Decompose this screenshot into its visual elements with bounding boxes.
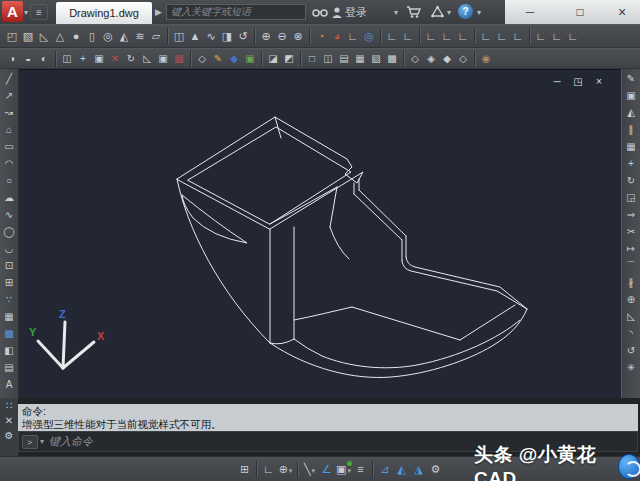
move-faces-icon[interactable]: + bbox=[75, 51, 91, 67]
revolve-icon[interactable]: ↺ bbox=[235, 27, 251, 45]
ucs-apply-icon[interactable]: ∟ bbox=[565, 27, 581, 45]
navigation-wheel-icon[interactable]: ◎ bbox=[361, 27, 377, 45]
offset-faces-icon[interactable]: ▣ bbox=[91, 51, 107, 67]
rectangle-icon[interactable]: ▭ bbox=[2, 139, 17, 154]
erase-icon[interactable]: ✎ bbox=[624, 71, 639, 86]
ucs-y-icon[interactable]: ∟ bbox=[533, 27, 549, 45]
help-search-input[interactable]: 键入关键字或短语 bbox=[166, 4, 306, 20]
unisolate-objects-icon[interactable]: ◆ bbox=[439, 51, 455, 67]
polyline-icon[interactable]: ↝ bbox=[2, 105, 17, 120]
ucs-z-icon[interactable]: ∟ bbox=[549, 27, 565, 45]
window-maximize-button[interactable]: □ bbox=[565, 0, 595, 24]
scale-icon[interactable]: ◲ bbox=[624, 190, 639, 205]
ellipse-arc-icon[interactable]: ◡ bbox=[2, 241, 17, 256]
boolean-union-icon[interactable]: ◑ bbox=[4, 51, 20, 67]
snap-tracking-icon[interactable]: ⊕▾ bbox=[277, 460, 294, 479]
hatch-icon[interactable]: ▦ bbox=[2, 309, 17, 324]
offset-icon[interactable]: ∥ bbox=[624, 122, 639, 137]
orbit-free-icon[interactable]: ◕ bbox=[329, 27, 345, 45]
sphere-icon[interactable]: ● bbox=[68, 27, 84, 45]
extrude-faces-icon[interactable]: ◫ bbox=[59, 51, 75, 67]
rotate-faces-icon[interactable]: ↻ bbox=[123, 51, 139, 67]
break-at-point-icon[interactable]: ⌒ bbox=[624, 258, 639, 273]
render-icon[interactable]: ◉ bbox=[478, 51, 494, 67]
polar-tracking-icon[interactable]: ╲▾ bbox=[301, 460, 318, 479]
color-faces-icon[interactable]: ▨ bbox=[171, 51, 187, 67]
orbit-constrained-icon[interactable]: ◔ bbox=[313, 27, 329, 45]
app-store-cart-icon[interactable] bbox=[406, 3, 422, 21]
cone-icon[interactable]: △ bbox=[52, 27, 68, 45]
gradient-icon[interactable]: ▩ bbox=[2, 326, 17, 341]
3d-rotate-icon[interactable]: ↺ bbox=[624, 343, 639, 358]
copy-icon[interactable]: ▣ bbox=[624, 88, 639, 103]
command-window-customize-icon[interactable]: ⚙ bbox=[5, 430, 14, 441]
annotation-autoscale-icon[interactable]: ◭ bbox=[393, 460, 410, 479]
annotation-scale-icon[interactable]: ◮ bbox=[410, 460, 427, 479]
workspace-switching-icon[interactable]: ⚙ bbox=[427, 460, 444, 479]
stretch-icon[interactable]: ⇒ bbox=[624, 207, 639, 222]
delete-faces-icon[interactable]: ✕ bbox=[107, 51, 123, 67]
polygon-icon[interactable]: ⌂ bbox=[2, 122, 17, 137]
convert-to-solid-icon[interactable]: ▣ bbox=[242, 51, 258, 67]
app-menu-caret-icon[interactable]: ▾ bbox=[24, 8, 28, 17]
wedge-icon[interactable]: ◺ bbox=[36, 27, 52, 45]
chamfer-icon[interactable]: ◺ bbox=[624, 309, 639, 324]
snap-mode-icon[interactable]: ∟ bbox=[260, 460, 277, 479]
revision-cloud-icon[interactable]: ☁ bbox=[2, 190, 17, 205]
dropdown-arrow-icon[interactable]: ▾ bbox=[312, 467, 316, 474]
vs-2d-wireframe-icon[interactable]: □ bbox=[304, 51, 320, 67]
region-icon[interactable]: ◧ bbox=[2, 343, 17, 358]
intersect-icon[interactable]: ⊗ bbox=[290, 27, 306, 45]
isolate-end-icon[interactable]: ◇ bbox=[455, 51, 471, 67]
a360-caret-icon[interactable]: ▾ bbox=[447, 8, 451, 17]
pyramid-icon[interactable]: ◭ bbox=[116, 27, 132, 45]
vs-wireframe-icon[interactable]: ◫ bbox=[320, 51, 336, 67]
hide-objects-icon[interactable]: ◈ bbox=[423, 51, 439, 67]
ellipse-icon[interactable]: ◯ bbox=[2, 224, 17, 239]
command-window-close-icon[interactable]: ✕ bbox=[5, 415, 13, 426]
copy-faces-icon[interactable]: ▣ bbox=[155, 51, 171, 67]
construction-line-icon[interactable]: ↗ bbox=[2, 88, 17, 103]
vs-conceptual-icon[interactable]: ▧ bbox=[368, 51, 384, 67]
planar-surface-icon[interactable]: ▱ bbox=[148, 27, 164, 45]
explode-icon[interactable]: ✳ bbox=[624, 360, 639, 375]
command-prompt-icon[interactable]: ＞ bbox=[22, 435, 38, 449]
object-snap-icon[interactable]: ▣▾ bbox=[335, 460, 352, 479]
ucs-face-icon[interactable]: ∟ bbox=[423, 27, 439, 45]
mirror-icon[interactable]: ◭ bbox=[624, 105, 639, 120]
text-icon[interactable]: A bbox=[2, 377, 17, 392]
app-menu-button[interactable]: A bbox=[2, 1, 23, 22]
window-minimize-button[interactable]: ─ bbox=[515, 0, 545, 24]
polysolid-icon[interactable]: ◰ bbox=[4, 27, 20, 45]
extrude-icon[interactable]: ◫ bbox=[171, 27, 187, 45]
tab-overflow-icon[interactable]: ▶ bbox=[155, 7, 162, 17]
recent-commands-caret-icon[interactable]: ▾ bbox=[40, 437, 44, 446]
cylinder-icon[interactable]: ▯ bbox=[84, 27, 100, 45]
ucs-icon-toggle-icon[interactable]: ∟ bbox=[345, 27, 361, 45]
point-icon[interactable]: ∵ bbox=[2, 292, 17, 307]
section-plane-icon[interactable]: ◪ bbox=[265, 51, 281, 67]
arc-icon[interactable]: ◠ bbox=[2, 156, 17, 171]
ucs-zaxis-icon[interactable]: ∟ bbox=[478, 27, 494, 45]
ucs-object-icon[interactable]: ∟ bbox=[439, 27, 455, 45]
login-button[interactable]: 登录 bbox=[345, 5, 367, 20]
window-close-button[interactable]: × bbox=[607, 0, 637, 24]
box-icon[interactable]: ▧ bbox=[20, 27, 36, 45]
fillet-icon[interactable]: ◝ bbox=[624, 326, 639, 341]
taper-faces-icon[interactable]: ◺ bbox=[139, 51, 155, 67]
login-caret-icon[interactable]: ▾ bbox=[394, 8, 398, 17]
loft-icon[interactable]: ◨ bbox=[219, 27, 235, 45]
file-tab[interactable]: Drawing1.dwg bbox=[56, 2, 152, 24]
color-edges-icon[interactable]: ◆ bbox=[226, 51, 242, 67]
make-block-icon[interactable]: ⊞ bbox=[2, 275, 17, 290]
break-icon[interactable]: ∦ bbox=[624, 275, 639, 290]
vs-realistic-icon[interactable]: ▦ bbox=[352, 51, 368, 67]
vs-shaded-icon[interactable]: ▩ bbox=[384, 51, 400, 67]
search-binoculars-icon[interactable] bbox=[312, 3, 328, 21]
command-window-grip[interactable]: ∷ bbox=[6, 400, 12, 411]
isometric-drafting-icon[interactable]: ∠ bbox=[318, 460, 335, 479]
insert-block-icon[interactable]: ⊡ bbox=[2, 258, 17, 273]
move-icon[interactable]: + bbox=[624, 156, 639, 171]
model-viewport-icon[interactable]: ⊞ bbox=[236, 460, 253, 479]
torus-icon[interactable]: ◎ bbox=[100, 27, 116, 45]
